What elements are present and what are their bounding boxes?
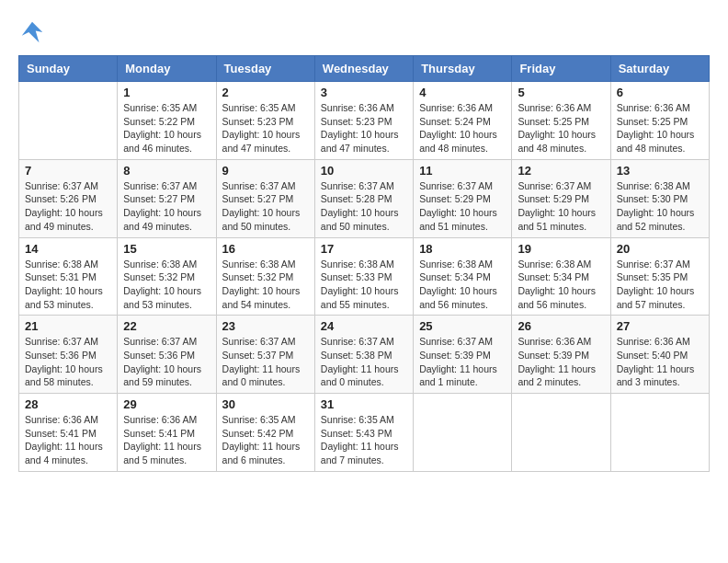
day-info: Sunrise: 6:37 AMSunset: 5:39 PMDaylight:… xyxy=(419,335,506,389)
calendar-cell: 7Sunrise: 6:37 AMSunset: 5:26 PMDaylight… xyxy=(19,159,118,237)
header-monday: Monday xyxy=(118,56,216,82)
day-info: Sunrise: 6:38 AMSunset: 5:32 PMDaylight:… xyxy=(123,258,210,312)
header-friday: Friday xyxy=(512,56,610,82)
day-number: 8 xyxy=(123,164,210,178)
calendar-cell: 20Sunrise: 6:37 AMSunset: 5:35 PMDayligh… xyxy=(610,237,709,316)
calendar-cell xyxy=(610,394,709,472)
day-info: Sunrise: 6:36 AMSunset: 5:39 PMDaylight:… xyxy=(518,335,604,389)
day-info: Sunrise: 6:35 AMSunset: 5:23 PMDaylight:… xyxy=(222,101,309,155)
day-number: 26 xyxy=(518,319,604,333)
day-number: 29 xyxy=(123,397,210,411)
calendar-cell: 23Sunrise: 6:37 AMSunset: 5:37 PMDayligh… xyxy=(216,316,314,394)
day-info: Sunrise: 6:37 AMSunset: 5:37 PMDaylight:… xyxy=(222,335,309,389)
calendar-cell: 29Sunrise: 6:36 AMSunset: 5:41 PMDayligh… xyxy=(118,394,216,472)
day-number: 11 xyxy=(419,164,506,178)
calendar-cell xyxy=(414,394,512,472)
calendar-header-row: SundayMondayTuesdayWednesdayThursdayFrid… xyxy=(19,56,710,82)
calendar-cell xyxy=(19,82,118,160)
day-info: Sunrise: 6:37 AMSunset: 5:38 PMDaylight:… xyxy=(321,335,407,389)
calendar-cell: 19Sunrise: 6:38 AMSunset: 5:34 PMDayligh… xyxy=(512,237,610,316)
day-number: 3 xyxy=(321,86,407,99)
calendar-cell: 15Sunrise: 6:38 AMSunset: 5:32 PMDayligh… xyxy=(118,237,216,316)
calendar-cell: 31Sunrise: 6:35 AMSunset: 5:43 PMDayligh… xyxy=(314,394,413,472)
day-info: Sunrise: 6:37 AMSunset: 5:29 PMDaylight:… xyxy=(419,179,506,234)
header-saturday: Saturday xyxy=(610,56,709,82)
day-number: 30 xyxy=(222,397,309,411)
day-number: 5 xyxy=(518,86,604,99)
day-number: 2 xyxy=(222,86,309,99)
day-info: Sunrise: 6:35 AMSunset: 5:43 PMDaylight:… xyxy=(321,413,407,467)
header-wednesday: Wednesday xyxy=(314,56,413,82)
calendar-cell: 3Sunrise: 6:36 AMSunset: 5:23 PMDaylight… xyxy=(314,82,413,160)
day-number: 12 xyxy=(518,164,604,178)
day-info: Sunrise: 6:38 AMSunset: 5:31 PMDaylight:… xyxy=(25,258,111,312)
logo xyxy=(18,18,50,46)
day-number: 20 xyxy=(617,242,703,256)
calendar-cell: 16Sunrise: 6:38 AMSunset: 5:32 PMDayligh… xyxy=(216,237,314,316)
calendar-week-5: 28Sunrise: 6:36 AMSunset: 5:41 PMDayligh… xyxy=(19,394,710,472)
day-info: Sunrise: 6:36 AMSunset: 5:23 PMDaylight:… xyxy=(321,101,407,155)
day-info: Sunrise: 6:38 AMSunset: 5:30 PMDaylight:… xyxy=(617,179,703,234)
day-number: 24 xyxy=(321,319,407,333)
day-number: 28 xyxy=(25,397,111,411)
day-info: Sunrise: 6:37 AMSunset: 5:36 PMDaylight:… xyxy=(25,335,111,389)
calendar-cell: 22Sunrise: 6:37 AMSunset: 5:36 PMDayligh… xyxy=(118,316,216,394)
day-number: 18 xyxy=(419,242,506,256)
day-info: Sunrise: 6:36 AMSunset: 5:25 PMDaylight:… xyxy=(518,101,604,155)
day-number: 16 xyxy=(222,242,309,256)
day-number: 23 xyxy=(222,319,309,333)
calendar-cell: 10Sunrise: 6:37 AMSunset: 5:28 PMDayligh… xyxy=(314,159,413,237)
calendar-cell: 30Sunrise: 6:35 AMSunset: 5:42 PMDayligh… xyxy=(216,394,314,472)
calendar-cell: 24Sunrise: 6:37 AMSunset: 5:38 PMDayligh… xyxy=(314,316,413,394)
calendar-cell: 26Sunrise: 6:36 AMSunset: 5:39 PMDayligh… xyxy=(512,316,610,394)
calendar-cell: 9Sunrise: 6:37 AMSunset: 5:27 PMDaylight… xyxy=(216,159,314,237)
calendar-cell: 4Sunrise: 6:36 AMSunset: 5:24 PMDaylight… xyxy=(414,82,512,160)
day-number: 7 xyxy=(25,164,111,178)
day-info: Sunrise: 6:38 AMSunset: 5:34 PMDaylight:… xyxy=(419,258,506,312)
calendar-cell: 25Sunrise: 6:37 AMSunset: 5:39 PMDayligh… xyxy=(414,316,512,394)
day-number: 17 xyxy=(321,242,407,256)
day-info: Sunrise: 6:37 AMSunset: 5:28 PMDaylight:… xyxy=(321,179,407,234)
calendar-cell: 2Sunrise: 6:35 AMSunset: 5:23 PMDaylight… xyxy=(216,82,314,160)
day-info: Sunrise: 6:36 AMSunset: 5:25 PMDaylight:… xyxy=(617,101,703,155)
calendar-cell: 13Sunrise: 6:38 AMSunset: 5:30 PMDayligh… xyxy=(610,159,709,237)
calendar-cell: 8Sunrise: 6:37 AMSunset: 5:27 PMDaylight… xyxy=(118,159,216,237)
calendar-cell: 18Sunrise: 6:38 AMSunset: 5:34 PMDayligh… xyxy=(414,237,512,316)
calendar-week-3: 14Sunrise: 6:38 AMSunset: 5:31 PMDayligh… xyxy=(19,237,710,316)
calendar-cell: 12Sunrise: 6:37 AMSunset: 5:29 PMDayligh… xyxy=(512,159,610,237)
calendar-cell: 14Sunrise: 6:38 AMSunset: 5:31 PMDayligh… xyxy=(19,237,118,316)
day-number: 19 xyxy=(518,242,604,256)
day-number: 10 xyxy=(321,164,407,178)
calendar-cell: 27Sunrise: 6:36 AMSunset: 5:40 PMDayligh… xyxy=(610,316,709,394)
day-number: 21 xyxy=(25,319,111,333)
calendar-cell: 21Sunrise: 6:37 AMSunset: 5:36 PMDayligh… xyxy=(19,316,118,394)
calendar-cell: 28Sunrise: 6:36 AMSunset: 5:41 PMDayligh… xyxy=(19,394,118,472)
day-info: Sunrise: 6:37 AMSunset: 5:27 PMDaylight:… xyxy=(123,179,210,234)
day-number: 25 xyxy=(419,319,506,333)
day-number: 13 xyxy=(617,164,703,178)
calendar-week-1: 1Sunrise: 6:35 AMSunset: 5:22 PMDaylight… xyxy=(19,82,710,160)
day-info: Sunrise: 6:36 AMSunset: 5:41 PMDaylight:… xyxy=(25,413,111,467)
day-info: Sunrise: 6:36 AMSunset: 5:40 PMDaylight:… xyxy=(617,335,703,389)
day-number: 27 xyxy=(617,319,703,333)
day-number: 31 xyxy=(321,397,407,411)
day-number: 1 xyxy=(123,86,210,99)
calendar-cell: 17Sunrise: 6:38 AMSunset: 5:33 PMDayligh… xyxy=(314,237,413,316)
day-number: 6 xyxy=(617,86,703,99)
day-number: 15 xyxy=(123,242,210,256)
logo-bird-icon xyxy=(18,18,46,46)
calendar-week-4: 21Sunrise: 6:37 AMSunset: 5:36 PMDayligh… xyxy=(19,316,710,394)
calendar-cell: 1Sunrise: 6:35 AMSunset: 5:22 PMDaylight… xyxy=(118,82,216,160)
calendar-cell: 6Sunrise: 6:36 AMSunset: 5:25 PMDaylight… xyxy=(610,82,709,160)
day-info: Sunrise: 6:38 AMSunset: 5:32 PMDaylight:… xyxy=(222,258,309,312)
day-number: 4 xyxy=(419,86,506,99)
page-header xyxy=(18,18,710,46)
day-number: 22 xyxy=(123,319,210,333)
day-info: Sunrise: 6:38 AMSunset: 5:33 PMDaylight:… xyxy=(321,258,407,312)
calendar-cell: 11Sunrise: 6:37 AMSunset: 5:29 PMDayligh… xyxy=(414,159,512,237)
day-info: Sunrise: 6:37 AMSunset: 5:29 PMDaylight:… xyxy=(518,179,604,234)
day-info: Sunrise: 6:37 AMSunset: 5:26 PMDaylight:… xyxy=(25,179,111,234)
day-info: Sunrise: 6:37 AMSunset: 5:27 PMDaylight:… xyxy=(222,179,309,234)
day-info: Sunrise: 6:35 AMSunset: 5:42 PMDaylight:… xyxy=(222,413,309,467)
calendar-cell xyxy=(512,394,610,472)
